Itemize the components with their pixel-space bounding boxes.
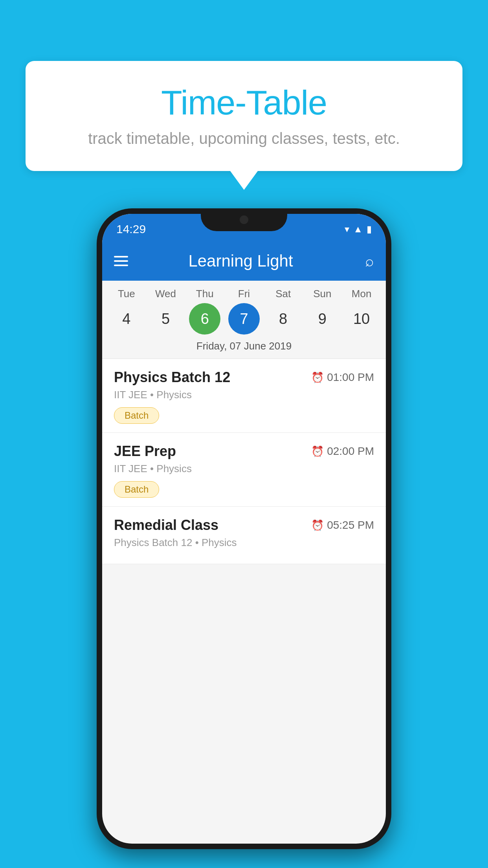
day-header-tue: Tue xyxy=(111,288,142,300)
day-8[interactable]: 8 xyxy=(268,303,299,335)
class-name: Physics Batch 12 xyxy=(114,369,230,386)
hamburger-menu-button[interactable] xyxy=(114,256,128,266)
speech-bubble: Time-Table track timetable, upcoming cla… xyxy=(26,61,462,171)
battery-icon: ▮ xyxy=(367,224,372,235)
phone-screen: 14:29 ▾ ▲ ▮ Learning Light ⌕ xyxy=(102,214,386,844)
day-10[interactable]: 10 xyxy=(346,303,377,335)
class-item-header: Physics Batch 12 ⏰ 01:00 PM xyxy=(114,369,374,386)
selected-date-label: Friday, 07 June 2019 xyxy=(102,338,386,359)
class-item-remedial[interactable]: Remedial Class ⏰ 05:25 PM Physics Batch … xyxy=(102,507,386,564)
day-6-today[interactable]: 6 xyxy=(189,303,220,335)
class-meta: IIT JEE • Physics xyxy=(114,389,374,401)
app-title: Learning Light xyxy=(128,252,353,270)
day-header-thu: Thu xyxy=(189,288,220,300)
signal-icon: ▲ xyxy=(353,224,363,235)
status-time: 14:29 xyxy=(116,223,146,236)
batch-badge-2: Batch xyxy=(114,481,159,498)
day-header-sun: Sun xyxy=(306,288,338,300)
phone-mockup: 14:29 ▾ ▲ ▮ Learning Light ⌕ xyxy=(97,208,391,849)
class-meta-2: IIT JEE • Physics xyxy=(114,463,374,475)
class-time-3: ⏰ 05:25 PM xyxy=(311,519,374,531)
day-headers: Tue Wed Thu Fri Sat Sun Mon xyxy=(102,281,386,300)
day-header-mon: Mon xyxy=(346,288,377,300)
class-name-2: JEE Prep xyxy=(114,443,176,460)
speech-bubble-container: Time-Table track timetable, upcoming cla… xyxy=(26,61,462,171)
clock-icon: ⏰ xyxy=(311,371,324,384)
day-4[interactable]: 4 xyxy=(111,303,142,335)
day-9[interactable]: 9 xyxy=(306,303,338,335)
phone-frame: 14:29 ▾ ▲ ▮ Learning Light ⌕ xyxy=(97,208,391,849)
class-meta-3: Physics Batch 12 • Physics xyxy=(114,537,374,549)
day-5[interactable]: 5 xyxy=(150,303,182,335)
search-icon[interactable]: ⌕ xyxy=(365,253,374,270)
day-numbers: 4 5 6 7 8 9 10 xyxy=(102,300,386,338)
day-header-fri: Fri xyxy=(228,288,260,300)
day-7-selected[interactable]: 7 xyxy=(228,303,260,335)
clock-icon-2: ⏰ xyxy=(311,445,324,458)
status-icons: ▾ ▲ ▮ xyxy=(345,224,372,235)
bubble-subtitle: track timetable, upcoming classes, tests… xyxy=(49,130,439,147)
app-bar: Learning Light ⌕ xyxy=(102,241,386,281)
clock-icon-3: ⏰ xyxy=(311,519,324,531)
class-name-3: Remedial Class xyxy=(114,517,218,533)
class-time-2: ⏰ 02:00 PM xyxy=(311,445,374,458)
calendar-strip: Tue Wed Thu Fri Sat Sun Mon 4 5 6 7 8 9 … xyxy=(102,281,386,359)
day-header-wed: Wed xyxy=(150,288,182,300)
wifi-icon: ▾ xyxy=(345,224,349,235)
class-item-jee-prep[interactable]: JEE Prep ⏰ 02:00 PM IIT JEE • Physics Ba… xyxy=(102,433,386,507)
day-header-sat: Sat xyxy=(268,288,299,300)
phone-notch xyxy=(201,208,287,231)
class-time: ⏰ 01:00 PM xyxy=(311,371,374,384)
class-item-header-2: JEE Prep ⏰ 02:00 PM xyxy=(114,443,374,460)
batch-badge: Batch xyxy=(114,407,159,424)
bubble-title: Time-Table xyxy=(49,83,439,123)
class-item-header-3: Remedial Class ⏰ 05:25 PM xyxy=(114,517,374,533)
camera-dot xyxy=(240,215,248,224)
class-list: Physics Batch 12 ⏰ 01:00 PM IIT JEE • Ph… xyxy=(102,359,386,564)
class-item-physics-batch[interactable]: Physics Batch 12 ⏰ 01:00 PM IIT JEE • Ph… xyxy=(102,359,386,433)
